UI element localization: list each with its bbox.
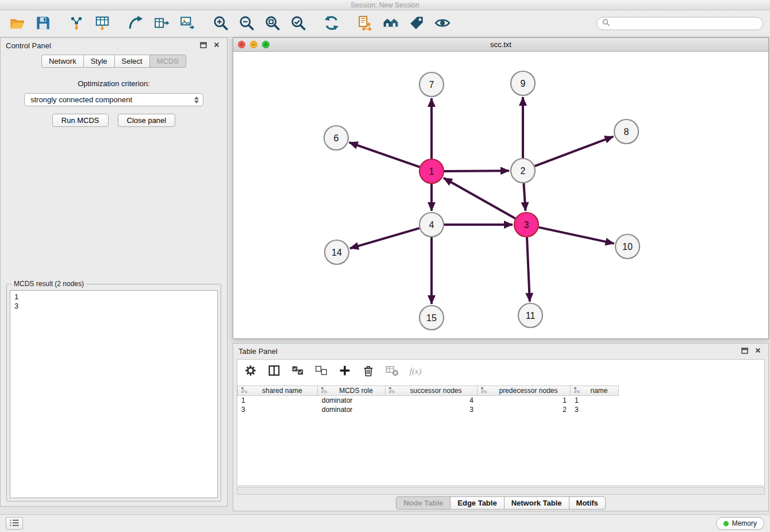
network-window-titlebar[interactable]: scc.txt × − + — [233, 38, 768, 52]
node-6[interactable]: 6 — [324, 126, 348, 150]
close-table-panel-button[interactable] — [753, 346, 763, 356]
export-network-button[interactable] — [125, 13, 146, 34]
column-label: predecessor nodes — [490, 387, 567, 395]
toolbar-group — [210, 13, 309, 34]
toolbar-group — [7, 13, 53, 34]
show-graphics-details-button[interactable] — [432, 13, 453, 34]
open-session-button[interactable] — [7, 13, 28, 34]
select-stepper-icon — [192, 97, 200, 103]
search-input[interactable] — [613, 20, 757, 28]
tab-mcds[interactable]: MCDS — [149, 55, 186, 68]
column-header-predecessor-nodes[interactable]: predecessor nodes — [478, 385, 571, 396]
column-header-mcds-role[interactable]: MCDS role — [318, 385, 386, 396]
import-network-icon — [68, 15, 84, 33]
table-cell: 4 — [386, 396, 478, 405]
zoom-in-button[interactable] — [210, 13, 231, 34]
node-7[interactable]: 7 — [419, 72, 444, 97]
edge-1-6[interactable] — [349, 142, 420, 167]
node-14[interactable]: 14 — [325, 240, 349, 264]
node-4[interactable]: 4 — [419, 213, 444, 237]
edge-3-10[interactable] — [539, 228, 614, 244]
save-session-button[interactable] — [33, 13, 53, 34]
network-canvas[interactable]: 7968124314101511 — [233, 52, 768, 338]
run-mcds-button[interactable]: Run MCDS — [52, 114, 109, 127]
control-panel-header: Control Panel — [1, 38, 227, 53]
edge-2-3[interactable] — [523, 183, 525, 211]
table-row[interactable]: 1dominator411 — [237, 396, 764, 405]
optimization-criterion-select[interactable]: strongly connected component — [24, 93, 203, 106]
edge-3-11[interactable] — [527, 237, 530, 302]
network-view-window: scc.txt × − + 7968124314101511 — [233, 37, 769, 339]
close-panel-button[interactable] — [211, 40, 222, 51]
edge-4-14[interactable] — [350, 228, 419, 248]
export-network-icon — [128, 15, 144, 33]
node-10[interactable]: 10 — [615, 234, 640, 259]
homes-button[interactable] — [380, 13, 401, 34]
minimize-window-icon[interactable]: − — [250, 41, 257, 48]
toolbar-icon-groups — [7, 13, 453, 34]
column-header-shared-name[interactable]: shared name — [237, 385, 318, 396]
node-3[interactable]: 3 — [514, 213, 538, 237]
edge-2-8[interactable] — [535, 137, 614, 167]
table-cell: dominator — [318, 405, 386, 414]
import-table-button[interactable] — [92, 13, 113, 34]
node-9[interactable]: 9 — [511, 71, 535, 95]
tab-network-table[interactable]: Network Table — [504, 496, 569, 510]
edge-1-2[interactable] — [444, 171, 509, 171]
control-panel-tabs: NetworkStyleSelectMCDS — [1, 55, 227, 68]
svg-text:f(x): f(x) — [410, 366, 422, 376]
table-row[interactable]: 3dominator323 — [237, 405, 764, 414]
delete-button[interactable] — [361, 364, 376, 379]
close-icon — [213, 41, 220, 50]
edge-3-1[interactable] — [444, 178, 515, 218]
node-2[interactable]: 2 — [511, 159, 535, 183]
zoom-fit-button[interactable] — [262, 13, 283, 34]
float-panel-button[interactable] — [198, 40, 209, 51]
memory-button[interactable]: Memory — [716, 517, 764, 530]
svg-text:6: 6 — [334, 133, 339, 143]
apply-layout-button[interactable] — [321, 13, 342, 34]
zoom-window-icon[interactable]: + — [262, 41, 270, 48]
select-all-button[interactable] — [290, 364, 305, 379]
tab-style[interactable]: Style — [83, 55, 115, 68]
table-cell: dominator — [318, 396, 386, 405]
export-image-button[interactable] — [177, 13, 198, 34]
delete-table-icon — [385, 364, 399, 379]
column-label: MCDS role — [330, 387, 382, 395]
horizontal-scrollbar[interactable] — [237, 487, 765, 495]
first-neighbors-button[interactable] — [355, 13, 375, 34]
tab-edge-table[interactable]: Edge Table — [450, 496, 504, 510]
memory-status-icon — [723, 521, 729, 526]
column-header-successor-nodes[interactable]: successor nodes — [386, 385, 478, 396]
table-cell: 1 — [478, 396, 571, 405]
svg-text:14: 14 — [332, 248, 342, 257]
tab-select[interactable]: Select — [114, 55, 150, 68]
settings-button[interactable] — [243, 364, 258, 379]
tab-network[interactable]: Network — [41, 55, 84, 68]
node-table-body: 1dominator4113dominator323 — [237, 396, 764, 414]
apply-layout-icon — [324, 15, 340, 33]
import-network-button[interactable] — [66, 13, 87, 34]
app-titlebar[interactable]: Session: New Session — [0, 0, 770, 10]
tab-motifs[interactable]: Motifs — [569, 496, 606, 510]
node-1[interactable]: 1 — [419, 159, 444, 183]
close-window-icon[interactable]: × — [238, 41, 245, 48]
add-button[interactable] — [337, 364, 352, 379]
apply-style-button[interactable] — [406, 13, 427, 34]
search-box[interactable] — [596, 17, 763, 30]
columns-button[interactable] — [267, 364, 282, 379]
task-history-button[interactable] — [6, 517, 23, 530]
zoom-selected-button[interactable] — [288, 13, 309, 34]
zoom-out-button[interactable] — [236, 13, 257, 34]
export-table-button[interactable] — [151, 13, 172, 34]
node-11[interactable]: 11 — [518, 303, 542, 327]
mcds-result-list[interactable]: 13 — [10, 290, 218, 498]
toolbar-group — [355, 13, 453, 34]
unselect-all-button[interactable] — [314, 364, 329, 379]
tab-node-table[interactable]: Node Table — [396, 496, 451, 510]
node-15[interactable]: 15 — [419, 306, 444, 330]
column-header-name[interactable]: name — [571, 385, 619, 396]
node-8[interactable]: 8 — [614, 119, 638, 144]
float-table-panel-button[interactable] — [740, 346, 750, 356]
close-panel-action-button[interactable]: Close panel — [118, 114, 176, 127]
